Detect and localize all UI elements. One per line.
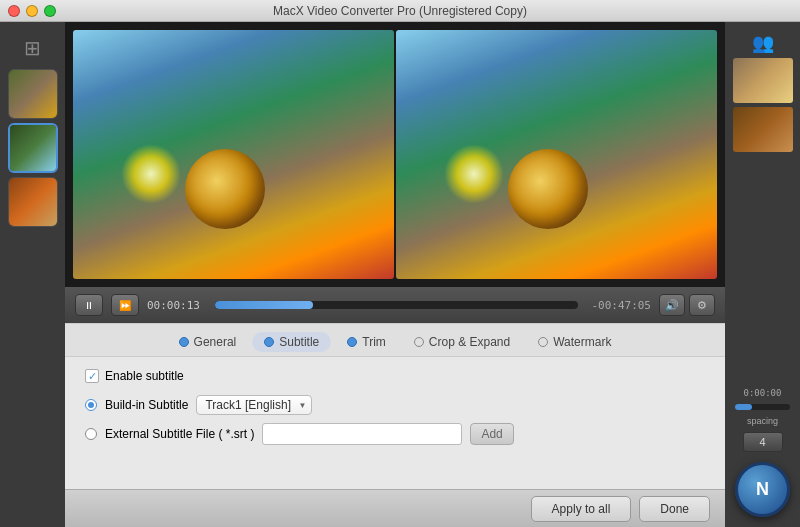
apply-to-all-button[interactable]: Apply to all <box>531 496 632 522</box>
forward-button[interactable]: ⏩ <box>111 294 139 316</box>
external-subtitle-radio[interactable] <box>85 428 97 440</box>
external-subtitle-row: External Subtitle File ( *.srt ) Add <box>85 423 705 445</box>
settings-icon[interactable]: ⚙ <box>689 294 715 316</box>
video-canvas-left <box>73 30 394 279</box>
sidebar-thumb-2[interactable] <box>8 123 58 173</box>
done-button[interactable]: Done <box>639 496 710 522</box>
tab-crop-label: Crop & Expand <box>429 335 510 349</box>
titlebar: MacX Video Converter Pro (Unregistered C… <box>0 0 800 22</box>
settings-panel: General Subtitle Trim Crop & Expand Wate… <box>65 323 725 527</box>
tab-watermark[interactable]: Watermark <box>526 332 623 352</box>
sidebar-thumb-1[interactable] <box>8 69 58 119</box>
pause-button[interactable]: ⏸ <box>75 294 103 316</box>
transport-bar: ⏸ ⏩ 00:00:13 -00:47:05 🔊 ⚙ <box>65 287 725 323</box>
film-icon[interactable]: ⊞ <box>8 30 58 65</box>
video-canvas-right <box>396 30 717 279</box>
number-display[interactable]: 4 <box>743 432 783 452</box>
file-input-row: Add <box>262 423 513 445</box>
tab-watermark-label: Watermark <box>553 335 611 349</box>
remaining-time: -00:47:05 <box>586 299 651 312</box>
builtin-subtitle-label: Build-in Subtitle <box>105 398 188 412</box>
bottom-action-bar: Apply to all Done <box>65 489 725 527</box>
tab-general-dot <box>179 337 189 347</box>
tab-subtitle[interactable]: Subtitle <box>252 332 331 352</box>
tab-trim-dot <box>347 337 357 347</box>
video-preview-right <box>396 30 717 279</box>
tab-crop[interactable]: Crop & Expand <box>402 332 522 352</box>
right-slider[interactable] <box>735 404 790 410</box>
tab-subtitle-label: Subtitle <box>279 335 319 349</box>
people-icon: 👥 <box>752 32 774 54</box>
snail-right <box>508 149 588 229</box>
tab-general[interactable]: General <box>167 332 249 352</box>
subtitle-panel-content: Enable subtitle Build-in Subtitle Track1… <box>65 357 725 489</box>
window-controls[interactable] <box>8 5 56 17</box>
progress-fill <box>215 301 313 309</box>
tab-trim-label: Trim <box>362 335 386 349</box>
tab-crop-dot <box>414 337 424 347</box>
external-subtitle-label: External Subtitle File ( *.srt ) <box>105 427 254 441</box>
volume-icon[interactable]: 🔊 <box>659 294 685 316</box>
sidebar-thumb-3[interactable] <box>8 177 58 227</box>
track-select[interactable]: Track1 [English] Track2 Track3 <box>196 395 312 415</box>
video-preview-area <box>65 22 725 287</box>
external-subtitle-input[interactable] <box>262 423 462 445</box>
minimize-button[interactable] <box>26 5 38 17</box>
light-burst-right <box>444 144 504 204</box>
right-thumb-2[interactable] <box>733 107 793 152</box>
tab-general-label: General <box>194 335 237 349</box>
add-subtitle-button[interactable]: Add <box>470 423 513 445</box>
convert-button[interactable]: N <box>735 462 790 517</box>
right-slider-fill <box>735 404 752 410</box>
right-thumb-1[interactable] <box>733 58 793 103</box>
tab-watermark-dot <box>538 337 548 347</box>
app-body: ⊞ <box>0 22 800 527</box>
enable-subtitle-label: Enable subtitle <box>105 369 184 383</box>
enable-subtitle-checkbox[interactable] <box>85 369 99 383</box>
tab-trim[interactable]: Trim <box>335 332 398 352</box>
right-controls: 0:00:00 spacing 4 N <box>735 388 790 517</box>
spacing-label: spacing <box>747 416 778 426</box>
right-time-display: 0:00:00 <box>744 388 782 398</box>
enable-subtitle-row: Enable subtitle <box>85 369 705 383</box>
app-title: MacX Video Converter Pro (Unregistered C… <box>273 4 527 18</box>
light-burst-left <box>121 144 181 204</box>
progress-bar[interactable] <box>215 301 578 309</box>
track-select-wrapper: Track1 [English] Track2 Track3 <box>196 395 312 415</box>
maximize-button[interactable] <box>44 5 56 17</box>
tab-subtitle-dot <box>264 337 274 347</box>
center-area: ⏸ ⏩ 00:00:13 -00:47:05 🔊 ⚙ General <box>65 22 725 527</box>
current-time: 00:00:13 <box>147 299 207 312</box>
snail-left <box>185 149 265 229</box>
video-preview-left <box>73 30 394 279</box>
close-button[interactable] <box>8 5 20 17</box>
right-sidebar: 👥 0:00:00 spacing 4 N <box>725 22 800 527</box>
builtin-subtitle-radio[interactable] <box>85 399 97 411</box>
tabs-row: General Subtitle Trim Crop & Expand Wate… <box>65 324 725 357</box>
builtin-subtitle-row: Build-in Subtitle Track1 [English] Track… <box>85 395 705 415</box>
left-sidebar: ⊞ <box>0 22 65 527</box>
transport-extras: 🔊 ⚙ <box>659 294 715 316</box>
